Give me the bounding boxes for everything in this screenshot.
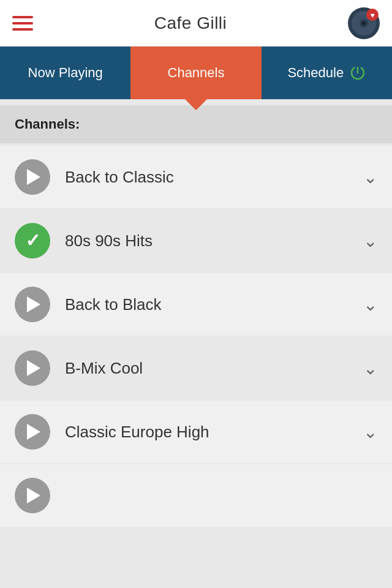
play-button[interactable]	[15, 414, 50, 450]
chevron-down-icon[interactable]: ⌄	[363, 422, 377, 442]
channel-name: B-Mix Cool	[65, 359, 363, 378]
play-button[interactable]	[15, 350, 50, 386]
channel-item[interactable]: B-Mix Cool ⌄	[0, 337, 392, 399]
play-icon	[27, 488, 40, 503]
channel-item[interactable]: Classic Europe High ⌄	[0, 401, 392, 463]
channel-name: 80s 90s Hits	[65, 232, 363, 251]
svg-point-3	[362, 21, 366, 25]
chevron-down-icon[interactable]: ⌄	[363, 358, 377, 379]
menu-button[interactable]	[12, 16, 33, 31]
chevron-down-icon[interactable]: ⌄	[363, 295, 377, 315]
channel-item[interactable]: ✓ 80s 90s Hits ⌄	[0, 209, 392, 272]
music-disc-icon[interactable]: ♥	[348, 7, 380, 39]
play-button[interactable]	[15, 159, 50, 195]
tab-now-playing[interactable]: Now Playing	[0, 47, 130, 99]
power-icon	[350, 65, 366, 81]
play-button[interactable]	[15, 287, 50, 322]
section-header: Channels:	[0, 105, 392, 143]
chevron-down-icon[interactable]: ⌄	[363, 167, 377, 187]
play-icon	[27, 360, 40, 376]
play-icon	[27, 296, 40, 312]
channel-name: Classic Europe High	[65, 423, 363, 442]
channel-item-partial[interactable]	[0, 464, 392, 527]
check-icon: ✓	[25, 232, 40, 250]
app-title: Cafe Gilli	[154, 13, 227, 33]
svg-text:♥: ♥	[370, 11, 374, 20]
header: Cafe Gilli ♥	[0, 0, 392, 47]
channel-item[interactable]: Back to Classic ⌄	[0, 146, 392, 208]
tab-bar: Now Playing Channels Schedule	[0, 47, 392, 99]
channel-item[interactable]: Back to Black ⌄	[0, 273, 392, 336]
play-icon	[27, 169, 40, 185]
play-icon	[27, 424, 40, 440]
channel-list: Back to Classic ⌄ ✓ 80s 90s Hits ⌄ Back …	[0, 146, 392, 527]
channel-name: Back to Black	[65, 295, 363, 314]
play-button[interactable]	[15, 478, 50, 513]
active-play-button[interactable]: ✓	[15, 223, 50, 258]
chevron-down-icon[interactable]: ⌄	[363, 231, 377, 251]
channel-name: Back to Classic	[65, 168, 363, 187]
tab-schedule[interactable]: Schedule	[262, 47, 392, 99]
tab-channels[interactable]: Channels	[130, 47, 261, 99]
